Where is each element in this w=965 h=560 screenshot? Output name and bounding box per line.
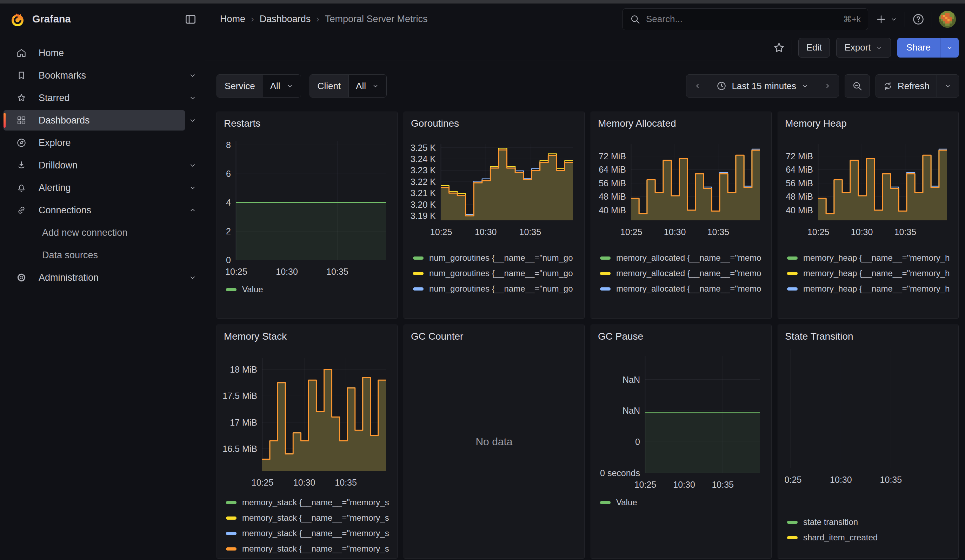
legend-color-swatch <box>787 521 798 524</box>
sidebar-item-drilldown[interactable]: Drilldown <box>3 155 185 175</box>
sidebar-item-bookmarks[interactable]: Bookmarks <box>3 65 185 86</box>
time-range-picker[interactable]: Last 15 minutes <box>709 74 816 98</box>
legend-item[interactable]: memory_heap {__name__="memory_h <box>787 297 951 300</box>
legend-item[interactable]: memory_stack {__name__="memory_s <box>226 510 390 526</box>
time-series-chart[interactable]: 10:2510:3010:353.19 K3.20 K3.21 K3.22 K3… <box>411 132 577 248</box>
chevron-down-icon[interactable] <box>185 116 200 124</box>
svg-text:3.22 K: 3.22 K <box>411 177 436 187</box>
sidebar-item-explore[interactable]: Explore <box>3 132 200 153</box>
time-series-chart[interactable]: 10:2510:3010:350 seconds0NaNNaN <box>598 345 764 493</box>
zoom-out-button[interactable] <box>845 74 870 98</box>
chevron-up-icon[interactable] <box>185 206 200 214</box>
sidebar-item-label: Starred <box>39 93 70 103</box>
time-series-chart[interactable]: 10:2510:3010:3502468 <box>224 132 390 280</box>
sidebar-item-connections[interactable]: Connections <box>3 200 185 220</box>
refresh-button[interactable]: Refresh <box>875 74 937 98</box>
legend-item[interactable]: memory_stack {__name__="memory_s <box>226 495 390 510</box>
export-button[interactable]: Export <box>836 38 891 57</box>
time-series-chart[interactable]: 10:2510:3010:3540 MiB48 MiB56 MiB64 MiB7… <box>785 132 951 248</box>
panel-title[interactable]: Goroutines <box>411 117 459 130</box>
panel-title[interactable]: Memory Allocated <box>598 117 676 130</box>
svg-text:3.24 K: 3.24 K <box>411 154 436 164</box>
panel-goroutines: Goroutines 10:2510:3010:353.19 K3.20 K3.… <box>404 112 585 318</box>
legend-item[interactable]: shard_item_created <box>787 530 951 545</box>
dashboards-grid-icon <box>16 115 27 126</box>
filter-label: Client <box>310 75 348 97</box>
legend-item[interactable]: memory_allocated {__name__="memo <box>600 266 764 281</box>
share-dropdown-button[interactable] <box>940 38 959 57</box>
sidebar-item-data-sources[interactable]: Data sources <box>3 245 200 265</box>
sidebar-item-add-new-connection[interactable]: Add new connection <box>3 222 200 243</box>
chart-legend: state transitionshard_item_created <box>785 512 951 545</box>
legend-item[interactable]: num_goroutines {__name__="num_go <box>413 250 577 266</box>
sidebar-item-label: Administration <box>39 272 98 283</box>
no-data-message: No data <box>476 436 512 448</box>
favorite-star-button[interactable] <box>773 41 785 54</box>
sidebar-item-administration[interactable]: Administration <box>3 267 185 288</box>
svg-text:2: 2 <box>226 226 231 236</box>
legend-item[interactable]: state transition <box>787 514 951 530</box>
legend-item[interactable]: memory_allocated {__name__="memo <box>600 297 764 300</box>
chevron-down-icon[interactable] <box>185 273 200 282</box>
legend-label: memory_heap {__name__="memory_h <box>803 284 950 294</box>
sidebar-item-alerting[interactable]: Alerting <box>3 178 185 198</box>
legend-item[interactable]: memory_stack {__name__="memory_s <box>226 541 390 557</box>
service-filter[interactable]: Service All <box>216 74 301 98</box>
sidebar-item-dashboards[interactable]: Dashboards <box>3 110 185 131</box>
breadcrumb-dashboards[interactable]: Dashboards <box>260 14 311 24</box>
time-series-chart[interactable]: 10:2510:3010:3516.5 MiB17 MiB17.5 MiB18 … <box>224 345 390 493</box>
chevron-down-icon[interactable] <box>185 161 200 170</box>
legend-item[interactable]: num_goroutines {__name__="num_go <box>413 297 577 300</box>
legend-label: num_goroutines {__name__="num_go <box>429 268 573 278</box>
time-shift-back-button[interactable] <box>686 74 709 98</box>
time-series-chart[interactable]: 10:2510:3010:3540 MiB48 MiB56 MiB64 MiB7… <box>598 132 764 248</box>
chart-legend: memory_stack {__name__="memory_smemory_s… <box>224 493 390 557</box>
svg-text:3.20 K: 3.20 K <box>411 200 436 209</box>
breadcrumb-home[interactable]: Home <box>220 14 245 24</box>
legend-item[interactable]: num_goroutines {__name__="num_go <box>413 281 577 297</box>
sidebar-item-starred[interactable]: Starred <box>3 88 185 108</box>
add-new-button[interactable] <box>875 13 898 25</box>
header-actions: Search... ⌘+k <box>623 3 965 35</box>
sidebar-item-home[interactable]: Home <box>3 43 200 63</box>
legend-item[interactable]: num_goroutines {__name__="num_go <box>413 266 577 281</box>
legend-item[interactable]: Value <box>226 282 390 297</box>
legend-item[interactable]: memory_heap {__name__="memory_h <box>787 281 951 297</box>
export-button-label: Export <box>844 42 870 53</box>
time-series-chart[interactable]: 10:2510:3010:35 <box>785 345 951 493</box>
home-icon <box>16 48 27 58</box>
legend-item[interactable]: memory_stack {__name__="memory_s <box>226 526 390 541</box>
svg-text:3.21 K: 3.21 K <box>411 188 436 198</box>
panel-title[interactable]: State Transition <box>785 330 854 343</box>
time-shift-forward-button[interactable] <box>816 74 839 98</box>
breadcrumb-current: Temporal Server Metrics <box>325 14 428 24</box>
panel-title[interactable]: GC Pause <box>598 330 643 343</box>
svg-text:72 MiB: 72 MiB <box>599 151 626 161</box>
legend-item[interactable]: memory_allocated {__name__="memo <box>600 281 764 297</box>
panel-title[interactable]: Memory Stack <box>224 330 287 343</box>
legend-item[interactable]: memory_heap {__name__="memory_h <box>787 250 951 266</box>
search-input[interactable]: Search... ⌘+k <box>623 8 868 30</box>
legend-item[interactable]: Value <box>600 495 764 510</box>
client-filter[interactable]: Client All <box>309 74 387 98</box>
svg-text:56 MiB: 56 MiB <box>599 178 626 188</box>
share-button[interactable]: Share <box>897 38 940 57</box>
panel-title[interactable]: Memory Heap <box>785 117 847 130</box>
panel-title[interactable]: Restarts <box>224 117 260 130</box>
edit-button[interactable]: Edit <box>798 38 830 57</box>
svg-text:NaN: NaN <box>623 375 640 385</box>
legend-item[interactable]: memory_allocated {__name__="memo <box>600 250 764 266</box>
legend-item[interactable]: memory_heap {__name__="memory_h <box>787 266 951 281</box>
panel-gc-pause: GC Pause 10:2510:3010:350 seconds0NaNNaN… <box>590 325 772 558</box>
chevron-down-icon[interactable] <box>185 94 200 102</box>
window-top-strip <box>0 0 965 3</box>
user-avatar[interactable] <box>939 11 956 28</box>
chevron-down-icon <box>944 82 952 90</box>
dock-sidebar-icon[interactable] <box>184 13 197 26</box>
chevron-down-icon[interactable] <box>185 183 200 192</box>
help-button[interactable] <box>912 13 925 26</box>
grafana-logo-icon[interactable] <box>9 11 25 28</box>
chevron-down-icon[interactable] <box>185 71 200 80</box>
svg-text:40 MiB: 40 MiB <box>786 205 813 215</box>
refresh-interval-dropdown[interactable] <box>937 74 959 98</box>
